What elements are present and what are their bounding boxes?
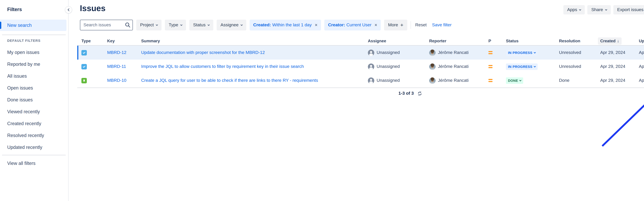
column-header-status[interactable]: Status [502, 39, 555, 43]
column-header-assignee[interactable]: Assignee [364, 39, 425, 43]
sidebar-item-new-search[interactable]: New search [0, 20, 66, 31]
filters-sidebar: Filters New search DEFAULT FILTERS My op… [0, 0, 68, 201]
status-badge[interactable]: IN PROGRESS [506, 49, 538, 56]
status-badge[interactable]: IN PROGRESS [506, 63, 538, 70]
remove-chip-icon[interactable]: × [315, 23, 318, 27]
result-range: 1-3 of 3 [398, 91, 414, 96]
status-filter-dropdown[interactable]: Status [189, 20, 213, 31]
sidebar-item-all-issues[interactable]: All issues [0, 70, 66, 82]
main-content: Issues Apps Share Export issues LIST VIE… [68, 0, 644, 201]
plus-icon: + [400, 22, 403, 28]
column-header-summary[interactable]: Summary [137, 39, 364, 43]
created-date: Apr 29, 2024 [596, 78, 635, 83]
column-header-resolution[interactable]: Resolution [555, 39, 596, 43]
sidebar-item-view-all-filters[interactable]: View all filters [0, 157, 66, 169]
pagination-summary: 1-3 of 3 [77, 91, 644, 96]
divider [410, 21, 411, 29]
table-header-row: Type Key Summary Assignee Reporter P Sta… [77, 37, 644, 45]
sort-descending-icon: ↓ [617, 39, 619, 43]
export-issues-dropdown[interactable]: Export issues [613, 5, 644, 15]
filter-chip-created[interactable]: Created: Within the last 1 day × [250, 20, 321, 31]
reporter-avatar [429, 63, 436, 70]
unassigned-avatar-icon [368, 77, 374, 84]
share-dropdown[interactable]: Share [588, 5, 611, 15]
issue-key-link[interactable]: MBRD-11 [107, 64, 126, 69]
reporter-name: Jérôme Rancati [438, 78, 468, 83]
chevron-down-icon [180, 24, 182, 26]
chevron-left-icon [68, 9, 70, 11]
chevron-down-icon [605, 9, 607, 11]
sort-by-created-button[interactable]: Created ↓ [598, 37, 622, 45]
default-filters-heading: DEFAULT FILTERS [7, 39, 40, 43]
column-header-type[interactable]: Type [77, 39, 103, 43]
sidebar-item-updated-recently[interactable]: Updated recently [0, 141, 66, 153]
unassigned-avatar-icon [368, 63, 374, 70]
issue-row-mbrd-11[interactable]: MBRD-11 Improve the JQL to allow custome… [77, 60, 644, 74]
column-header-key[interactable]: Key [103, 39, 137, 43]
filter-chip-creator[interactable]: Creator: Current User × [324, 20, 381, 31]
chevron-down-icon [156, 24, 158, 26]
chevron-down-icon [534, 65, 536, 67]
reporter-name: Jérôme Rancati [438, 50, 468, 55]
column-header-reporter[interactable]: Reporter [425, 39, 484, 43]
reset-button[interactable]: Reset [414, 23, 428, 28]
refresh-icon [418, 91, 422, 96]
issue-key-link[interactable]: MBRD-10 [107, 78, 126, 83]
assignee-filter-dropdown[interactable]: Assignee [217, 20, 246, 31]
reporter-avatar [429, 49, 436, 56]
column-header-created: Created ↓ [596, 37, 635, 45]
column-header-priority[interactable]: P [484, 39, 502, 43]
issue-summary-link[interactable]: Create a JQL query for user to be able t… [141, 78, 318, 83]
created-date: Apr 29, 2024 [596, 50, 635, 55]
priority-medium-icon [488, 79, 492, 82]
status-badge[interactable]: DONE [506, 77, 523, 84]
story-icon [82, 78, 87, 83]
header-actions: Apps Share Export issues LIST VIEW DETAI… [563, 5, 644, 15]
sidebar-item-resolved-recently[interactable]: Resolved recently [0, 129, 66, 141]
issue-row-mbrd-12[interactable]: MBRD-12 Update documentation with proper… [77, 46, 644, 60]
resolution-value: Done [555, 78, 596, 83]
sidebar-item-viewed-recently[interactable]: Viewed recently [0, 106, 66, 118]
default-filters-list: My open issues Reported by me All issues… [0, 47, 66, 153]
sidebar-title: Filters [7, 7, 22, 12]
reporter-avatar [429, 77, 436, 84]
filter-bar: Project Type Status Assignee Created: Wi… [80, 20, 452, 31]
project-filter-dropdown[interactable]: Project [136, 20, 162, 31]
chevron-down-icon [208, 24, 210, 26]
chevron-down-icon [519, 79, 522, 81]
jira-issue-search-page: Filters New search DEFAULT FILTERS My op… [0, 0, 644, 201]
chevron-down-icon [240, 24, 243, 26]
sidebar-item-open-issues[interactable]: Open issues [0, 82, 66, 94]
issue-row-mbrd-10[interactable]: MBRD-10 Create a JQL query for user to b… [77, 74, 644, 87]
sidebar-item-done-issues[interactable]: Done issues [0, 94, 66, 106]
assignee-name: Unassigned [376, 50, 400, 55]
column-header-updated[interactable]: Updated [635, 39, 644, 43]
selected-item-accent [0, 22, 1, 29]
page-title: Issues [80, 4, 106, 13]
sidebar-divider [2, 155, 66, 155]
assignee-name: Unassigned [376, 78, 400, 83]
type-filter-dropdown[interactable]: Type [165, 20, 186, 31]
save-filter-button[interactable]: Save filter [431, 23, 452, 28]
sidebar-item-created-recently[interactable]: Created recently [0, 118, 66, 129]
updated-date: Apr 29, 2024 [635, 50, 644, 55]
issue-key-link[interactable]: MBRD-12 [107, 50, 126, 55]
more-filters-button[interactable]: More + [384, 20, 407, 31]
task-icon [82, 64, 87, 69]
remove-chip-icon[interactable]: × [374, 23, 377, 27]
issue-summary-link[interactable]: Improve the JQL to allow customers to fi… [141, 64, 304, 69]
assignee-name: Unassigned [376, 64, 400, 69]
collapse-sidebar-button[interactable] [65, 6, 72, 14]
resolution-value: Unresolved [555, 50, 596, 55]
sidebar-item-my-open-issues[interactable]: My open issues [0, 47, 66, 58]
chevron-down-icon [579, 9, 581, 11]
issue-table-body: MBRD-12 Update documentation with proper… [77, 46, 644, 87]
priority-medium-icon [488, 65, 492, 68]
issue-summary-link[interactable]: Update documentation with proper screens… [141, 50, 265, 55]
chevron-down-icon [534, 51, 536, 53]
apps-dropdown[interactable]: Apps [563, 5, 585, 15]
reporter-name: Jérôme Rancati [438, 64, 468, 69]
refresh-button[interactable] [418, 91, 422, 96]
sidebar-item-reported-by-me[interactable]: Reported by me [0, 58, 66, 70]
task-icon [82, 50, 87, 55]
